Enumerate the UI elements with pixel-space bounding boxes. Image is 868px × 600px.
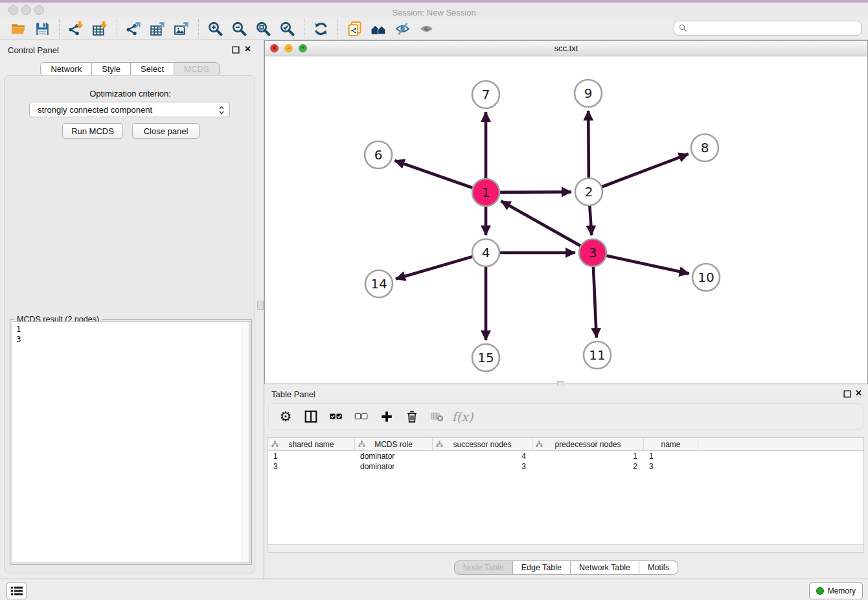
node-label: 1: [482, 185, 490, 200]
cell[interactable]: 3: [644, 461, 698, 472]
memory-button[interactable]: Memory: [809, 583, 863, 599]
control-panel: Control Panel ✕ NetworkStyleSelectMCDS O…: [0, 40, 260, 579]
settings-icon[interactable]: ⚙: [278, 409, 293, 424]
network-frame-title: scc.txt: [265, 43, 867, 53]
window-title: Session: New Session: [0, 8, 868, 17]
edge-1-2[interactable]: [491, 192, 571, 192]
tab-node-table[interactable]: Node Table: [454, 560, 513, 575]
zoom-selected-icon[interactable]: [279, 20, 296, 38]
graph-node-11[interactable]: 11: [584, 341, 611, 369]
column-header-MCDS-role[interactable]: MCDS role: [355, 438, 433, 450]
graph-node-9[interactable]: 9: [575, 80, 602, 107]
toolbar-separator: [304, 19, 304, 38]
cell[interactable]: 3: [433, 461, 532, 472]
criterion-selected-value: strongly connected component: [38, 105, 152, 115]
node-label: 4: [482, 245, 490, 260]
edge-4-14[interactable]: [396, 254, 481, 279]
close-panel-icon[interactable]: ✕: [244, 45, 251, 53]
hide-eye-icon[interactable]: [394, 20, 411, 38]
export-network-icon[interactable]: [125, 20, 143, 38]
graph-node-3[interactable]: 3: [579, 239, 606, 266]
add-row-icon[interactable]: [379, 409, 394, 424]
tab-network[interactable]: Network: [40, 62, 92, 76]
close-table-panel-icon[interactable]: ✕: [855, 389, 862, 397]
edge-3-10[interactable]: [598, 254, 689, 273]
import-network-icon[interactable]: [67, 20, 85, 38]
search-icon: [679, 24, 687, 32]
graph-node-4[interactable]: 4: [472, 239, 499, 266]
column-header-shared-name[interactable]: shared name: [268, 438, 355, 450]
cell[interactable]: 4: [433, 451, 532, 461]
edge-2-8[interactable]: [594, 154, 689, 190]
graph-node-10[interactable]: 10: [692, 264, 720, 291]
table-horizontal-scrollbar[interactable]: [268, 544, 864, 553]
columns-icon[interactable]: [303, 409, 319, 424]
graph-node-7[interactable]: 7: [472, 81, 499, 108]
mcds-result-text[interactable]: 1 3: [12, 321, 250, 563]
zoom-fit-icon[interactable]: [255, 20, 272, 38]
delete-row-icon[interactable]: [404, 409, 420, 424]
tab-mcds[interactable]: MCDS: [174, 62, 219, 76]
export-image-icon[interactable]: [173, 20, 190, 38]
clone-network-icon[interactable]: [346, 20, 363, 38]
vertical-splitter-grip[interactable]: [257, 301, 264, 310]
criterion-select[interactable]: strongly connected component: [29, 102, 230, 117]
column-header-predecessor-nodes[interactable]: predecessor nodes: [532, 438, 644, 450]
node-label: 11: [589, 347, 605, 363]
edge-2-9[interactable]: [588, 111, 589, 187]
export-table-icon[interactable]: [149, 20, 166, 38]
cell[interactable]: 3: [268, 461, 355, 472]
node-label: 7: [482, 87, 490, 102]
float-panel-icon[interactable]: [232, 46, 240, 54]
cell[interactable]: dominator: [355, 461, 433, 472]
table-panel: Table Panel ✕ ⚙f(x) shared nameMCDS role…: [264, 386, 868, 579]
cell[interactable]: dominator: [355, 451, 433, 461]
graph-node-2[interactable]: 2: [575, 178, 602, 205]
node-label: 2: [585, 184, 593, 200]
edge-3-11[interactable]: [593, 258, 596, 338]
open-session-icon[interactable]: [10, 20, 27, 38]
graph-node-15[interactable]: 15: [472, 344, 499, 371]
refresh-icon[interactable]: [312, 20, 330, 38]
cell[interactable]: 1: [644, 451, 698, 461]
import-table-icon[interactable]: [91, 20, 109, 38]
mcds-tab-content: Optimization criterion: strongly connect…: [4, 75, 255, 573]
toolbar-separator: [337, 19, 338, 38]
column-header-name[interactable]: name: [644, 438, 698, 450]
tab-select[interactable]: Select: [131, 62, 174, 76]
tab-edge-table[interactable]: Edge Table: [513, 560, 571, 575]
edge-3-1[interactable]: [501, 201, 588, 250]
close-panel-button[interactable]: Close panel: [132, 123, 200, 139]
cell[interactable]: 2: [532, 461, 644, 472]
select-stepper-icon: [218, 104, 225, 116]
tab-network-table[interactable]: Network Table: [571, 560, 639, 575]
save-session-icon[interactable]: [34, 20, 51, 38]
select-all-icon[interactable]: [328, 409, 344, 424]
table-row[interactable]: 1dominator411: [268, 451, 863, 461]
result-scrollbar[interactable]: [242, 322, 249, 562]
tab-motifs[interactable]: Motifs: [639, 560, 678, 575]
cell[interactable]: 1: [532, 451, 644, 461]
network-canvas[interactable]: 7968124314101511: [265, 56, 867, 384]
node-label: 9: [584, 86, 593, 101]
edge-1-6[interactable]: [394, 161, 481, 190]
zoom-out-icon[interactable]: [231, 20, 248, 38]
table-row[interactable]: 3dominator323: [268, 461, 863, 472]
search-input[interactable]: [674, 21, 862, 36]
graph-node-8[interactable]: 8: [691, 134, 718, 161]
column-header-successor-nodes[interactable]: successor nodes: [433, 438, 532, 450]
graph-node-1[interactable]: 1: [472, 179, 499, 206]
float-table-panel-icon[interactable]: [843, 390, 851, 398]
memory-label: Memory: [828, 586, 856, 595]
graph-node-14[interactable]: 14: [365, 270, 393, 297]
tab-style[interactable]: Style: [92, 62, 131, 76]
cell[interactable]: 1: [268, 451, 355, 461]
network-frame-titlebar[interactable]: ✕ − + scc.txt: [265, 41, 867, 56]
task-history-button[interactable]: [6, 583, 27, 599]
function-builder-icon: f(x): [455, 409, 470, 424]
run-mcds-button[interactable]: Run MCDS: [62, 123, 123, 139]
deselect-all-icon[interactable]: [354, 409, 369, 424]
home-layout-icon[interactable]: [370, 20, 387, 38]
zoom-in-icon[interactable]: [207, 20, 224, 38]
graph-node-6[interactable]: 6: [365, 141, 392, 168]
